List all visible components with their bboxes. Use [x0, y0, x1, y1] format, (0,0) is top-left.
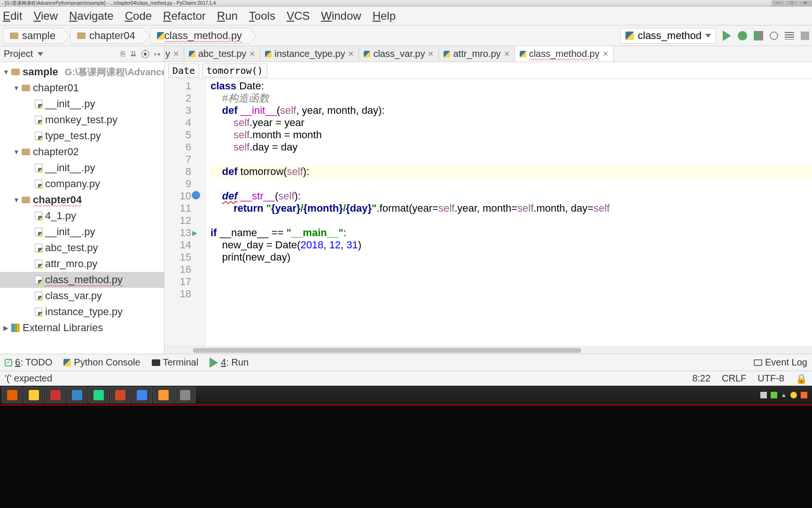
code-line[interactable]: print(new_day): [211, 251, 812, 263]
tab-attr_mro-py[interactable]: attr_mro.py✕: [439, 46, 515, 62]
taskbar-desktop[interactable]: [67, 387, 87, 403]
taskbar-file[interactable]: [153, 387, 174, 403]
close-icon[interactable]: ✕: [173, 49, 179, 58]
project-tool-label[interactable]: Project: [4, 48, 33, 59]
tool-4-run[interactable]: 4: Run: [210, 357, 249, 368]
line-number[interactable]: 2: [164, 92, 191, 104]
code-line[interactable]: if __name__ == "__main__":: [211, 227, 812, 239]
code-line[interactable]: [211, 214, 812, 227]
line-number[interactable]: 6: [164, 141, 191, 153]
tree-item-attr_mro-py[interactable]: attr_mro.py: [0, 256, 164, 272]
tree-item-chapter01[interactable]: ▼chapter01: [0, 80, 164, 96]
line-number[interactable]: 12: [164, 214, 191, 227]
breadcrumb-class_method-py[interactable]: class_method.py: [150, 28, 249, 44]
menu-run[interactable]: Run: [211, 8, 243, 24]
line-number[interactable]: 4: [164, 117, 191, 129]
close-icon[interactable]: ✕: [348, 49, 354, 58]
tree-item-4_1-py[interactable]: 4_1.py: [0, 208, 164, 224]
tool-python-console[interactable]: Python Console: [63, 357, 140, 368]
code-line[interactable]: #构造函数: [211, 92, 812, 104]
code-line[interactable]: class Date:: [211, 80, 812, 92]
line-number[interactable]: 10: [164, 190, 191, 202]
collapse-icon[interactable]: ⇊: [130, 49, 136, 58]
tree-item-__init__-py[interactable]: __init__.py: [0, 224, 164, 240]
override-icon[interactable]: [192, 191, 200, 199]
expand-arrow-icon[interactable]: ▼: [13, 196, 19, 204]
tree-item-__init__-py[interactable]: __init__.py: [0, 160, 164, 176]
tree-item-monkey_test-py[interactable]: monkey_test.py: [0, 112, 164, 128]
coverage-button[interactable]: [754, 31, 763, 40]
gear-icon[interactable]: [141, 50, 149, 58]
debug-button[interactable]: [738, 31, 747, 40]
menu-navigate[interactable]: Navigate: [63, 8, 119, 24]
taskbar-ppt[interactable]: [110, 387, 131, 403]
tree-item-chapter04[interactable]: ▼chapter04: [0, 192, 164, 208]
menu-vcs[interactable]: VCS: [281, 8, 315, 24]
taskbar-chrome[interactable]: [132, 387, 152, 403]
tab-instance_type-py[interactable]: instance_type.py✕: [260, 46, 359, 62]
maximize-button[interactable]: □: [785, 0, 798, 6]
line-number[interactable]: 1: [164, 80, 191, 92]
menu-window[interactable]: Window: [315, 8, 367, 24]
code-line[interactable]: new_day = Date(2018, 12, 31): [211, 239, 812, 251]
os-taskbar[interactable]: ▲: [0, 386, 812, 405]
event-log-button[interactable]: Event Log: [754, 357, 807, 368]
code-line[interactable]: self.day = day: [211, 141, 812, 153]
tree-item-chapter02[interactable]: ▼chapter02: [0, 144, 164, 160]
expand-arrow-icon[interactable]: ▼: [13, 148, 19, 156]
expand-arrow-icon[interactable]: ▼: [13, 84, 19, 92]
code-line[interactable]: [211, 263, 812, 276]
code-breadcrumb-item[interactable]: tomorrow(): [202, 64, 267, 78]
tree-item-External-Libraries[interactable]: ▶External Libraries: [0, 320, 164, 336]
line-number[interactable]: 16: [164, 263, 191, 276]
horizontal-scrollbar[interactable]: [164, 346, 812, 354]
tray-expand-icon[interactable]: ▲: [781, 392, 787, 398]
breadcrumb-chapter04[interactable]: chapter04: [70, 28, 142, 44]
line-number[interactable]: 18: [164, 288, 191, 300]
project-tree[interactable]: ▼sampleG:\慕课网课程\Advance▼chapter01__init_…: [0, 62, 164, 354]
code-line[interactable]: def __str__(self):: [211, 190, 812, 202]
code-line[interactable]: [211, 276, 812, 288]
menu-edit[interactable]: Edit: [2, 8, 28, 24]
tray-icon[interactable]: [760, 392, 767, 398]
run-button[interactable]: [723, 31, 731, 41]
line-number[interactable]: 9: [164, 178, 191, 190]
taskbar-firefox[interactable]: [2, 387, 23, 403]
tree-item-__init__-py[interactable]: __init__.py: [0, 96, 164, 112]
line-number[interactable]: 7: [164, 153, 191, 166]
code-line[interactable]: def __init__(self, year, month, day):: [211, 104, 812, 117]
line-number[interactable]: 15: [164, 251, 191, 263]
code-line[interactable]: [211, 178, 812, 190]
tool-6-todo[interactable]: 6: TODO: [5, 357, 52, 368]
tree-item-type_test-py[interactable]: type_test.py: [0, 128, 164, 144]
line-separator[interactable]: CRLF: [722, 373, 746, 384]
menu-help[interactable]: Help: [367, 8, 401, 24]
breadcrumb-sample[interactable]: sample: [3, 28, 62, 44]
code-line[interactable]: self.month = month: [211, 129, 812, 141]
taskbar-xshell[interactable]: [45, 387, 66, 403]
close-icon[interactable]: ✕: [249, 49, 255, 58]
line-number[interactable]: 3: [164, 104, 191, 117]
code-line[interactable]: self.year = year: [211, 117, 812, 129]
tray-icon[interactable]: [771, 392, 777, 398]
stop-button[interactable]: [801, 32, 809, 40]
system-tray[interactable]: ▲: [760, 392, 810, 398]
line-number[interactable]: 11: [164, 202, 191, 214]
inspections-icon[interactable]: 🔒: [796, 373, 807, 384]
close-icon[interactable]: ✕: [602, 49, 609, 58]
line-number[interactable]: 8: [164, 166, 191, 178]
tree-item-class_method-py[interactable]: class_method.py: [0, 272, 164, 288]
tray-icon[interactable]: [790, 392, 797, 398]
hide-icon[interactable]: ↦: [154, 49, 160, 58]
file-encoding[interactable]: UTF-8: [757, 373, 784, 384]
line-number[interactable]: 14: [164, 239, 191, 251]
close-icon[interactable]: ✕: [504, 49, 510, 58]
run-configuration-selector[interactable]: class_method: [620, 28, 716, 44]
expand-arrow-icon[interactable]: ▶: [3, 324, 8, 332]
expand-arrow-icon[interactable]: ▼: [3, 68, 8, 76]
close-button[interactable]: ✕: [799, 0, 812, 6]
autoscroll-icon[interactable]: ⎘: [121, 50, 125, 58]
tree-item-sample[interactable]: ▼sampleG:\慕课网课程\Advance: [0, 64, 164, 80]
tree-item-abc_test-py[interactable]: abc_test.py: [0, 240, 164, 256]
tool-terminal[interactable]: Terminal: [152, 357, 199, 368]
